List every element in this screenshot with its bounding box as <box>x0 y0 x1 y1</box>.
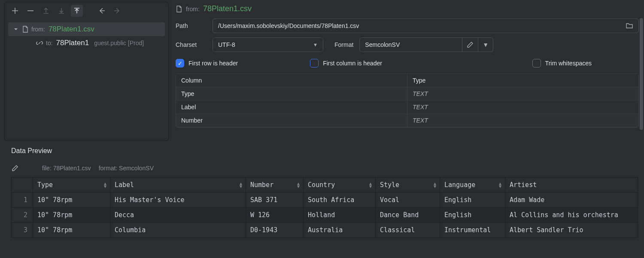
cell[interactable]: SAB 371 <box>246 193 304 208</box>
cell[interactable]: 10" 78rpm <box>33 223 110 238</box>
col-header[interactable]: Language▲▼ <box>440 178 505 193</box>
cell[interactable]: D0-1943 <box>246 223 304 238</box>
upload-icon <box>40 5 52 17</box>
columns-header-type[interactable]: Type <box>407 74 638 87</box>
file-icon <box>22 25 29 33</box>
main-panel: from: 78Platen1.csv Path /Users/maxim.so… <box>171 0 644 143</box>
col-header[interactable]: Label▲▼ <box>110 178 246 193</box>
sort-icon: ▲▼ <box>104 182 106 188</box>
columns-row[interactable]: Label TEXT <box>176 101 638 114</box>
trim-whitespaces-checkbox[interactable]: Trim whitespaces <box>532 59 592 68</box>
preview-file: file: 78Platen1.csv <box>42 165 91 172</box>
format-dropdown-button[interactable]: ▼ <box>478 37 493 52</box>
table-row[interactable]: 210" 78rpmDeccaW 126HollandDance BandEng… <box>12 208 638 223</box>
to-name: 78Platen1 <box>56 39 89 47</box>
import-icon[interactable] <box>71 5 83 17</box>
columns-row[interactable]: Type TEXT <box>176 87 638 101</box>
sort-icon: ▲▼ <box>369 182 372 188</box>
add-icon[interactable] <box>9 5 21 17</box>
col-header[interactable]: Number▲▼ <box>246 178 304 193</box>
first-row-header-label: First row is header <box>188 60 238 67</box>
first-col-header-label: First column is header <box>323 60 382 67</box>
cell[interactable]: Columbia <box>110 223 246 238</box>
sidebar-toolbar <box>5 2 168 20</box>
sort-icon: ▲▼ <box>240 182 242 188</box>
table-row[interactable]: 310" 78rpmColumbiaD0-1943AustraliaClassi… <box>12 223 638 238</box>
cell[interactable]: Vocal <box>376 193 440 208</box>
chevron-down-icon <box>13 27 19 32</box>
path-label: Path <box>176 22 207 29</box>
charset-select[interactable]: UTF-8 ▼ <box>213 37 323 52</box>
col-header[interactable]: Country▲▼ <box>304 178 376 193</box>
preview-format: format: SemcolonSV <box>99 165 154 172</box>
chevron-down-icon: ▼ <box>313 42 318 47</box>
cell[interactable]: Australia <box>304 223 376 238</box>
cell[interactable]: Instrumental <box>440 223 505 238</box>
forward-icon <box>111 5 123 17</box>
remove-icon[interactable] <box>24 5 36 17</box>
columns-table: Column Type Type TEXT Label TEXT Number … <box>176 74 639 128</box>
cell[interactable]: Albert Sandler Trio <box>505 223 638 238</box>
checkbox-unchecked-icon <box>532 59 541 68</box>
sidebar: from: 78Platen1.csv to: 78Platen1 guest.… <box>4 2 169 141</box>
sort-icon: ▲▼ <box>434 182 436 188</box>
tree-item-to[interactable]: to: 78Platen1 guest.public [Prod] <box>8 36 165 50</box>
first-col-header-checkbox[interactable]: First column is header <box>310 59 382 68</box>
checkbox-unchecked-icon <box>310 59 319 68</box>
back-icon[interactable] <box>96 5 108 17</box>
header-file-name: 78Platen1.csv <box>203 4 252 13</box>
data-preview-table: Type▲▼ Label▲▼ Number▲▼ Country▲▼ Style▲… <box>11 177 638 238</box>
link-icon <box>36 39 43 47</box>
cell[interactable]: Decca <box>110 208 246 223</box>
row-number-header <box>12 178 33 193</box>
to-suffix: guest.public [Prod] <box>94 40 144 46</box>
charset-label: Charset <box>176 41 207 48</box>
cell[interactable]: South Africa <box>304 193 376 208</box>
file-icon <box>176 5 182 13</box>
cell[interactable]: 10" 78rpm <box>33 193 110 208</box>
table-row[interactable]: 110" 78rpmHis Master's VoiceSAB 371South… <box>12 193 638 208</box>
edit-icon[interactable] <box>11 164 19 172</box>
cell[interactable]: Adam Wade <box>505 193 638 208</box>
cell[interactable]: English <box>440 208 505 223</box>
cell[interactable]: His Master's Voice <box>110 193 246 208</box>
tree: from: 78Platen1.csv to: 78Platen1 guest.… <box>5 20 168 52</box>
col-header[interactable]: Style▲▼ <box>376 178 440 193</box>
path-input[interactable]: /Users/maxim.sobolevskiy/Documents/78Pla… <box>213 18 639 33</box>
preview-panel: Data Preview file: 78Platen1.csv format:… <box>0 143 644 238</box>
path-value: /Users/maxim.sobolevskiy/Documents/78Pla… <box>218 22 359 29</box>
first-row-header-checkbox[interactable]: ✓ First row is header <box>176 59 238 68</box>
row-number: 3 <box>12 223 33 238</box>
format-value: SemcolonSV <box>365 41 400 48</box>
row-number: 1 <box>12 193 33 208</box>
header-from-label: from: <box>186 6 200 12</box>
format-select[interactable]: SemcolonSV <box>359 37 462 52</box>
cell[interactable]: Dance Band <box>376 208 440 223</box>
tree-item-from[interactable]: from: 78Platen1.csv <box>8 22 165 36</box>
cell[interactable]: English <box>440 193 505 208</box>
from-label: from: <box>31 26 45 33</box>
to-label: to: <box>46 40 53 46</box>
preview-title: Data Preview <box>11 147 638 155</box>
chevron-down-icon: ▼ <box>483 41 489 48</box>
cell[interactable]: Holland <box>304 208 376 223</box>
cell[interactable]: 10" 78rpm <box>33 208 110 223</box>
columns-header-name[interactable]: Column <box>176 74 407 87</box>
edit-format-button[interactable] <box>462 37 478 52</box>
cell[interactable]: Al Collins and his orchestra <box>505 208 638 223</box>
sort-icon: ▲▼ <box>499 182 501 188</box>
col-header[interactable]: Type▲▼ <box>33 178 110 193</box>
checkbox-checked-icon: ✓ <box>176 59 184 68</box>
sort-icon: ▲▼ <box>297 182 300 188</box>
cell[interactable]: W 126 <box>246 208 304 223</box>
charset-value: UTF-8 <box>218 41 235 48</box>
download-icon <box>55 5 67 17</box>
col-header[interactable]: Artiest <box>505 178 638 193</box>
title-row: from: 78Platen1.csv <box>174 3 641 14</box>
cell[interactable]: Classical <box>376 223 440 238</box>
format-label: Format <box>334 41 353 48</box>
columns-row[interactable]: Number TEXT <box>176 114 638 127</box>
row-number: 2 <box>12 208 33 223</box>
folder-icon[interactable] <box>626 22 633 29</box>
scrollbar[interactable] <box>640 18 643 130</box>
